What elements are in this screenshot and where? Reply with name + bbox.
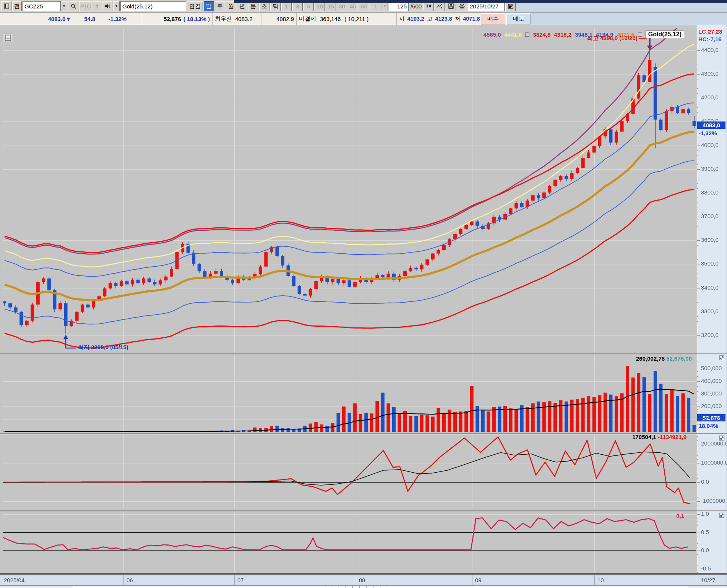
sound-button[interactable] [102,1,112,11]
last-price: 4083.0▼ [48,16,71,22]
search-button[interactable] [68,1,78,11]
legend-value: 3948,1 [575,31,592,38]
line-plus-icon [437,3,443,9]
price-change-pct: -1.32% [108,16,127,22]
volume-value: 52,676 [164,16,181,22]
best-price: 4083.2 [235,16,253,22]
symbol-input[interactable] [23,1,61,11]
open-interest-change: ( 10,211 ) [344,16,368,22]
open-interest: 363,146 [320,16,341,22]
price-change: 54.8 [84,16,95,22]
high-price: 4123.8 [435,16,452,22]
calendar-icon [508,3,513,9]
legend-value: 4071,5 [617,31,635,38]
legend-checkbox-icon[interactable] [525,32,529,37]
dual-candle-icon [426,3,432,9]
chart-window-icon [4,3,9,9]
open-label: 시 [399,15,405,23]
high-label: 고 [427,15,433,23]
trading-chart-window: 전 ▼ P↓C ▲▼ ▼ 연결일주월년분초틱 1351015304560 1 ▼… [0,0,727,588]
legend-value: 4318,2 [554,31,571,38]
spinner-buttons[interactable]: ▲▼ [93,1,101,11]
sell-button[interactable]: 매도 [506,13,531,24]
legend-checkbox-icon[interactable] [638,32,642,37]
pc-mode-button[interactable]: P↓C [79,1,92,11]
volume-pct: ( 18.13% ) [183,16,210,22]
quote-bar: 4083.0▼ 54.8 -1.32% 52,676 ( 18.13% ) 최우… [0,13,727,25]
gear-icon [459,3,465,9]
quote-bar-filler [531,13,727,25]
panel-toggle-button[interactable] [1,1,11,11]
chart-canvas[interactable] [0,25,727,588]
indicator-legend: 4565,04441,63824,84318,23948,14194,94071… [484,31,684,38]
disk-icon [448,3,454,9]
legend-value: 4441,6 [505,31,522,38]
instrument-name-input[interactable] [120,1,186,11]
current-volume-tag: 52,676 [697,414,725,421]
period-button-일[interactable]: 일 [204,1,214,11]
sound-dropdown-arrow[interactable]: ▼ [113,1,120,11]
best-label: 최우선 [215,15,232,23]
low-price: 4071.8 [463,16,480,22]
speaker-icon [105,4,110,8]
period-button-주[interactable]: 주 [215,1,225,11]
symbol-combo: ▼ [23,1,67,11]
spin-down-icon: ▼ [96,6,99,9]
current-price-tag: 4083,0 [697,121,725,129]
period-button-연결[interactable]: 연결 [187,1,203,11]
window-frame-strip [234,0,727,3]
chart-area: 4565,04441,63824,84318,23948,14194,94071… [0,25,727,588]
bar-total-label: /600 [409,3,423,10]
prev-price: 4082.9 [276,16,294,22]
legend-value: 4565,0 [484,31,501,38]
chart-title-box: Gold(25,12) [646,31,684,38]
symbol-dropdown-arrow[interactable]: ▼ [61,1,67,11]
legend-value: 3824,8 [533,31,550,38]
open-price: 4103.2 [407,16,424,22]
search-icon [71,3,76,9]
open-interest-label: 미결제 [299,15,316,23]
legend-value: 4194,9 [596,31,613,38]
low-label: 저 [455,15,461,23]
prev-symbol-button[interactable]: 전 [12,1,22,11]
buy-button[interactable]: 매수 [481,13,505,24]
